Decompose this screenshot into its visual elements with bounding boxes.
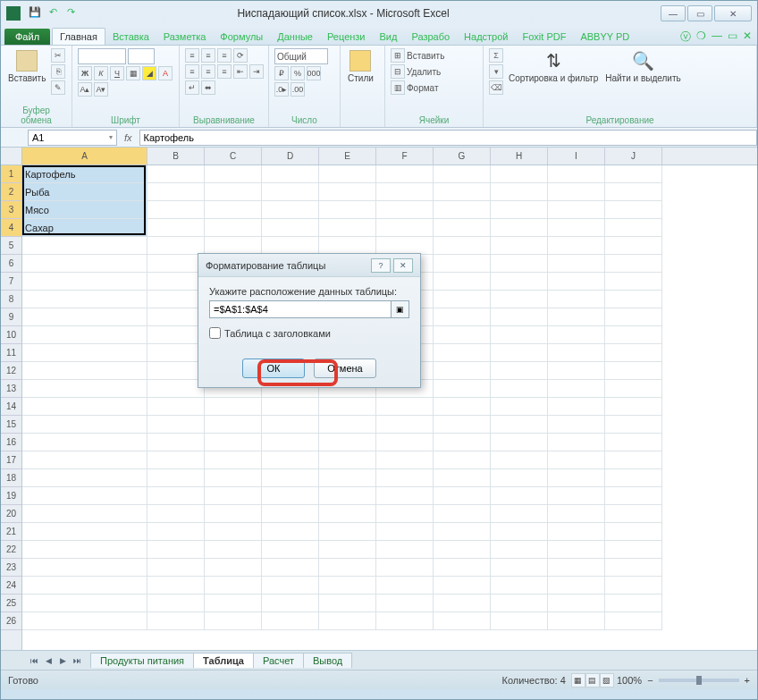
- comma-icon[interactable]: 000: [307, 66, 321, 80]
- row-header[interactable]: 8: [1, 291, 21, 308]
- cell[interactable]: [205, 487, 262, 505]
- cell[interactable]: [605, 344, 662, 362]
- cell[interactable]: [319, 612, 376, 630]
- align-top-icon[interactable]: ≡: [185, 48, 199, 63]
- cell[interactable]: [376, 219, 434, 237]
- range-picker-icon[interactable]: ▣: [392, 300, 409, 318]
- cell[interactable]: [605, 541, 662, 559]
- cell[interactable]: [491, 291, 548, 308]
- font-name-box[interactable]: [78, 48, 126, 64]
- cell[interactable]: [434, 201, 491, 219]
- row-header[interactable]: 7: [1, 273, 21, 291]
- cell[interactable]: [147, 201, 205, 219]
- view-pagebreak-icon[interactable]: ▧: [600, 673, 614, 687]
- cell[interactable]: [147, 237, 205, 255]
- tab-formulas[interactable]: Формулы: [213, 29, 270, 45]
- cell[interactable]: [147, 434, 205, 451]
- cell[interactable]: [147, 451, 205, 469]
- cell[interactable]: [262, 487, 319, 505]
- zoom-in-icon[interactable]: +: [745, 675, 750, 686]
- row-header[interactable]: 17: [1, 451, 21, 469]
- tab-pagelayout[interactable]: Разметка: [156, 29, 214, 45]
- cell[interactable]: [319, 523, 376, 541]
- cell[interactable]: [262, 595, 319, 612]
- cell[interactable]: [147, 487, 205, 505]
- cell[interactable]: [434, 237, 491, 255]
- cell[interactable]: [434, 469, 491, 487]
- cell[interactable]: [262, 219, 319, 237]
- italic-button[interactable]: К: [94, 66, 108, 80]
- cell[interactable]: [22, 595, 147, 612]
- cell[interactable]: [22, 362, 147, 380]
- cell[interactable]: [262, 577, 319, 595]
- cell[interactable]: [434, 577, 491, 595]
- select-all-corner[interactable]: [1, 148, 21, 165]
- zoom-slider[interactable]: [659, 679, 739, 682]
- cell[interactable]: [605, 273, 662, 291]
- cell[interactable]: [319, 541, 376, 559]
- increase-font-icon[interactable]: A▴: [78, 82, 92, 97]
- cell[interactable]: [147, 398, 205, 416]
- cell[interactable]: [262, 451, 319, 469]
- column-header[interactable]: J: [605, 148, 662, 164]
- percent-icon[interactable]: %: [291, 66, 305, 80]
- cell[interactable]: [262, 237, 319, 255]
- cell[interactable]: [262, 541, 319, 559]
- cell[interactable]: [262, 469, 319, 487]
- cell[interactable]: [605, 559, 662, 577]
- cell[interactable]: [434, 541, 491, 559]
- cell[interactable]: [605, 487, 662, 505]
- align-left-icon[interactable]: ≡: [185, 64, 199, 79]
- cell[interactable]: [147, 612, 205, 630]
- align-middle-icon[interactable]: ≡: [201, 48, 215, 63]
- cell[interactable]: [22, 505, 147, 523]
- cell[interactable]: [605, 326, 662, 344]
- help-icon[interactable]: ❍: [696, 30, 706, 45]
- row-header[interactable]: 16: [1, 434, 21, 451]
- cell[interactable]: [605, 291, 662, 308]
- cell[interactable]: [605, 165, 662, 183]
- tab-home[interactable]: Главная: [52, 28, 105, 45]
- cell[interactable]: [491, 523, 548, 541]
- cell[interactable]: [605, 380, 662, 398]
- cell[interactable]: [548, 344, 605, 362]
- wrap-text-icon[interactable]: ↵: [185, 80, 199, 95]
- cell[interactable]: [605, 523, 662, 541]
- cell[interactable]: [491, 362, 548, 380]
- number-format-box[interactable]: Общий: [274, 48, 328, 64]
- cell[interactable]: [605, 434, 662, 451]
- cell[interactable]: [22, 541, 147, 559]
- cell[interactable]: [434, 523, 491, 541]
- cell[interactable]: [147, 344, 205, 362]
- font-size-box[interactable]: [128, 48, 155, 64]
- cell[interactable]: [491, 398, 548, 416]
- cell[interactable]: [376, 201, 434, 219]
- row-header[interactable]: 13: [1, 380, 21, 398]
- cell[interactable]: [434, 612, 491, 630]
- cell[interactable]: [605, 308, 662, 326]
- row-header[interactable]: 3: [1, 201, 21, 219]
- cell[interactable]: [376, 237, 434, 255]
- cell[interactable]: [319, 183, 376, 201]
- cell[interactable]: [548, 255, 605, 273]
- cell[interactable]: [22, 308, 147, 326]
- row-header[interactable]: 10: [1, 326, 21, 344]
- row-header[interactable]: 11: [1, 344, 21, 362]
- cell[interactable]: [262, 416, 319, 434]
- cell[interactable]: [376, 398, 434, 416]
- cell[interactable]: [22, 416, 147, 434]
- cell[interactable]: [491, 434, 548, 451]
- cell[interactable]: [376, 505, 434, 523]
- cell[interactable]: [262, 505, 319, 523]
- underline-button[interactable]: Ч: [110, 66, 124, 80]
- cell[interactable]: [22, 255, 147, 273]
- cells-insert-button[interactable]: ⊞Вставить: [391, 48, 444, 63]
- sheet-tab[interactable]: Расчет: [253, 653, 304, 668]
- row-header[interactable]: 12: [1, 362, 21, 380]
- bold-button[interactable]: Ж: [78, 66, 92, 80]
- cell[interactable]: [605, 255, 662, 273]
- cell[interactable]: [147, 380, 205, 398]
- cell[interactable]: [319, 201, 376, 219]
- cell[interactable]: [434, 595, 491, 612]
- cell[interactable]: [491, 612, 548, 630]
